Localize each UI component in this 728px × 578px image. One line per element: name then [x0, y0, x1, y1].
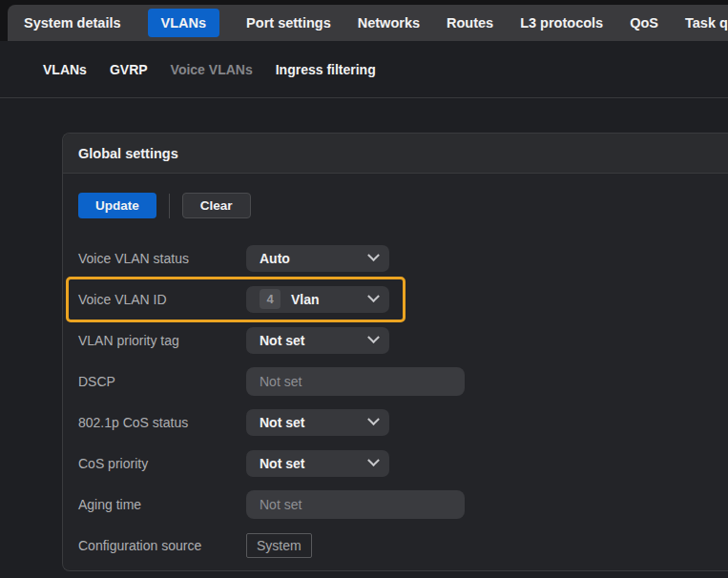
dscp-input[interactable]	[246, 367, 465, 396]
global-settings-panel: Global settings Update Clear Voice VLAN …	[62, 133, 728, 571]
select-value: Not set	[260, 415, 369, 430]
subtab-vlans[interactable]: VLANs	[43, 62, 87, 77]
select-value: Not set	[260, 456, 369, 471]
tab-routes[interactable]: Routes	[447, 9, 493, 37]
cos-priority-select[interactable]: Not set	[246, 450, 389, 477]
subtab-voice-vlans[interactable]: Voice VLANs	[171, 62, 253, 77]
panel-title: Global settings	[78, 146, 178, 161]
field-label: Voice VLAN status	[78, 251, 246, 266]
chevron-down-icon	[367, 454, 380, 466]
tab-task-queue[interactable]: Task queue	[685, 9, 728, 37]
tab-networks[interactable]: Networks	[358, 9, 420, 37]
form-row-voice-vlan-id: Voice VLAN ID 4 Vlan	[78, 279, 713, 320]
field-label: Configuration source	[78, 538, 246, 553]
field-label: 802.1p CoS status	[78, 415, 246, 430]
update-button[interactable]: Update	[78, 193, 156, 218]
panel-header: Global settings	[63, 134, 728, 174]
field-label: DSCP	[78, 374, 246, 389]
top-strip: System details VLANs Port settings Netwo…	[0, 0, 728, 41]
tab-l3-protocols[interactable]: L3 protocols	[520, 9, 603, 37]
select-value: Not set	[260, 333, 369, 348]
clear-button[interactable]: Clear	[182, 193, 251, 218]
cos-status-select[interactable]: Not set	[246, 409, 389, 436]
vlan-sub-navigation: VLANs GVRP Voice VLANs Ingress filtering	[0, 41, 728, 98]
field-label: Aging time	[78, 497, 246, 512]
tab-vlans[interactable]: VLANs	[148, 9, 220, 37]
chevron-down-icon	[367, 413, 380, 425]
main-navigation: System details VLANs Port settings Netwo…	[8, 5, 728, 41]
field-label: Voice VLAN ID	[78, 292, 246, 307]
form-row-voice-vlan-status: Voice VLAN status Auto	[78, 237, 713, 279]
form-row-aging-time: Aging time	[78, 484, 713, 525]
form-row-vlan-priority-tag: VLAN priority tag Not set	[78, 320, 713, 361]
chevron-down-icon	[367, 331, 380, 343]
vlan-priority-tag-select[interactable]: Not set	[246, 327, 389, 354]
panel-body: Update Clear Voice VLAN status Auto Voic…	[63, 174, 728, 570]
action-buttons: Update Clear	[78, 193, 713, 218]
configuration-source-value: System	[246, 533, 312, 558]
form-row-dscp: DSCP	[78, 361, 713, 402]
form-row-configuration-source: Configuration source System	[78, 525, 713, 566]
button-divider	[169, 194, 170, 218]
tab-system-details[interactable]: System details	[24, 9, 121, 37]
voice-vlan-id-select[interactable]: 4 Vlan	[246, 286, 389, 313]
field-label: CoS priority	[78, 456, 246, 471]
form-row-cos-priority: CoS priority Not set	[78, 443, 713, 484]
chevron-down-icon	[367, 249, 380, 261]
form-row-cos-status: 802.1p CoS status Not set	[78, 402, 713, 443]
subtab-gvrp[interactable]: GVRP	[110, 62, 148, 77]
vlan-id-badge: 4	[260, 289, 281, 309]
voice-vlan-status-select[interactable]: Auto	[246, 245, 389, 272]
aging-time-input[interactable]	[246, 490, 465, 519]
subtab-ingress-filtering[interactable]: Ingress filtering	[276, 62, 376, 77]
chevron-down-icon	[367, 290, 380, 302]
tab-port-settings[interactable]: Port settings	[246, 9, 331, 37]
select-value: Auto	[260, 251, 369, 266]
field-label: VLAN priority tag	[78, 333, 246, 348]
select-value: Vlan	[291, 292, 369, 307]
tab-qos[interactable]: QoS	[630, 9, 658, 37]
